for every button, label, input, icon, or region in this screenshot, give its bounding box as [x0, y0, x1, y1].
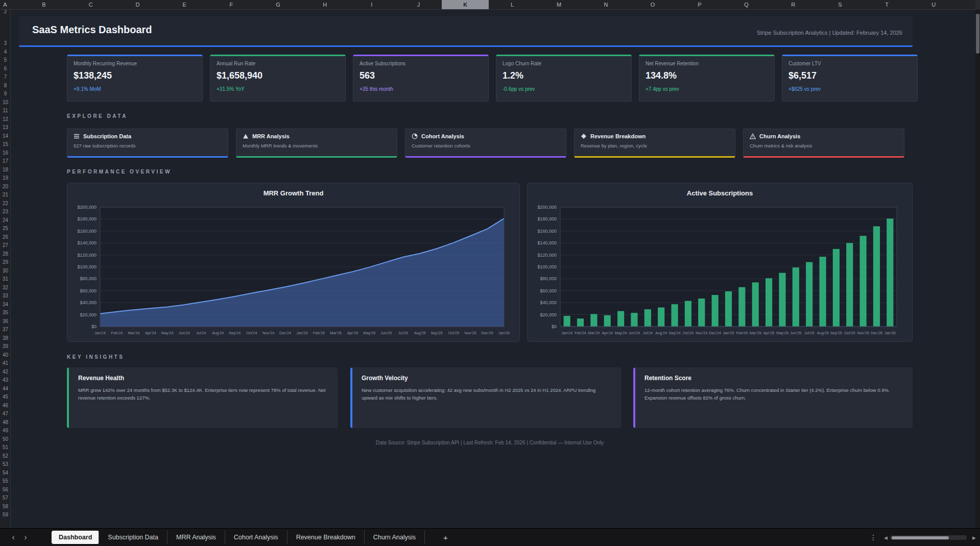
row-header-52[interactable]: 52	[0, 453, 11, 459]
column-header-O[interactable]: O	[651, 2, 655, 8]
column-header-T[interactable]: T	[885, 2, 889, 8]
row-header-20[interactable]: 20	[0, 184, 11, 189]
sheet-tab-cohort-analysis[interactable]: Cohort Analysis	[225, 531, 287, 544]
row-header-11[interactable]: 11	[0, 108, 11, 113]
row-header-9[interactable]: 9	[0, 91, 11, 96]
row-header-55[interactable]: 55	[0, 478, 11, 484]
row-header-56[interactable]: 56	[0, 487, 11, 492]
vertical-scrollbar-thumb[interactable]	[976, 14, 979, 54]
column-header-C[interactable]: C	[89, 2, 93, 8]
row-header-23[interactable]: 23	[0, 209, 11, 214]
column-header-G[interactable]: G	[276, 2, 280, 8]
explore-card-revenue-breakdown[interactable]: Revenue BreakdownRevenue by plan, region…	[574, 129, 735, 158]
row-header-25[interactable]: 25	[0, 226, 11, 231]
row-header-28[interactable]: 28	[0, 251, 11, 257]
row-header-18[interactable]: 18	[0, 167, 11, 172]
column-header-H[interactable]: H	[323, 2, 327, 8]
column-header-L[interactable]: L	[511, 2, 514, 8]
column-header-M[interactable]: M	[557, 2, 561, 8]
row-header-30[interactable]: 30	[0, 268, 11, 274]
sheet-tab-revenue-breakdown[interactable]: Revenue Breakdown	[287, 531, 364, 544]
column-header-F[interactable]: F	[229, 2, 233, 8]
row-header-54[interactable]: 54	[0, 470, 11, 476]
row-header-51[interactable]: 51	[0, 444, 11, 450]
scroll-left-icon[interactable]: ◀	[884, 535, 888, 540]
add-sheet-button[interactable]: +	[439, 533, 452, 542]
row-header-27[interactable]: 27	[0, 242, 11, 248]
column-header-K[interactable]: K	[463, 2, 467, 8]
sheet-tab-mrr-analysis[interactable]: MRR Analysis	[167, 531, 225, 544]
row-header-17[interactable]: 17	[0, 158, 11, 164]
row-header-38[interactable]: 38	[0, 335, 11, 341]
row-header-22[interactable]: 22	[0, 201, 11, 206]
row-header-29[interactable]: 29	[0, 259, 11, 265]
explore-card-mrr-analysis[interactable]: MRR AnalysisMonthly MRR trends & movemen…	[236, 129, 397, 158]
svg-text:$20,000: $20,000	[80, 312, 97, 317]
row-header-59[interactable]: 59	[0, 512, 11, 517]
row-header-32[interactable]: 32	[0, 285, 11, 290]
row-header-4[interactable]: 4	[0, 49, 11, 55]
row-header-33[interactable]: 33	[0, 293, 11, 299]
row-header-41[interactable]: 41	[0, 360, 11, 366]
sheet-menu-icon[interactable]: ⋮	[870, 533, 877, 541]
row-header-34[interactable]: 34	[0, 302, 11, 307]
horizontal-scrollbar-thumb[interactable]	[892, 536, 949, 539]
column-header-P[interactable]: P	[698, 2, 701, 8]
row-header-26[interactable]: 26	[0, 234, 11, 240]
row-header-46[interactable]: 46	[0, 403, 11, 408]
explore-card-subscription-data[interactable]: Subscription Data527 raw subscription re…	[67, 129, 228, 158]
vertical-scrollbar[interactable]	[975, 10, 980, 528]
row-header-12[interactable]: 12	[0, 116, 11, 122]
row-header-6[interactable]: 6	[0, 66, 11, 71]
sheet-tab-subscription-data[interactable]: Subscription Data	[99, 531, 167, 544]
horizontal-scrollbar[interactable]	[890, 535, 967, 540]
sheet-tab-churn-analysis[interactable]: Churn Analysis	[364, 531, 425, 544]
row-header-37[interactable]: 37	[0, 327, 11, 332]
row-header-8[interactable]: 8	[0, 83, 11, 88]
row-header-48[interactable]: 48	[0, 419, 11, 425]
column-header-E[interactable]: E	[182, 2, 186, 8]
row-header-5[interactable]: 5	[0, 57, 11, 63]
column-header-J[interactable]: J	[417, 2, 420, 8]
row-header-58[interactable]: 58	[0, 504, 11, 509]
column-header-I[interactable]: I	[371, 2, 372, 8]
row-header-40[interactable]: 40	[0, 352, 11, 358]
column-header-B[interactable]: B	[42, 2, 45, 8]
row-header-3[interactable]: 3	[0, 40, 11, 46]
row-header-15[interactable]: 15	[0, 141, 11, 147]
column-header-S[interactable]: S	[838, 2, 842, 8]
row-header-10[interactable]: 10	[0, 100, 11, 105]
row-header-24[interactable]: 24	[0, 217, 11, 223]
explore-card-cohort-analysis[interactable]: Cohort AnalysisCustomer retention cohort…	[405, 129, 566, 158]
row-header-49[interactable]: 49	[0, 428, 11, 433]
column-header-R[interactable]: R	[791, 2, 795, 8]
column-header-A[interactable]: A	[3, 2, 7, 8]
row-header-39[interactable]: 39	[0, 343, 11, 349]
row-header-43[interactable]: 43	[0, 377, 11, 383]
scroll-right-icon[interactable]: ▶	[972, 535, 976, 540]
column-header-U[interactable]: U	[931, 2, 936, 8]
row-header-44[interactable]: 44	[0, 386, 11, 391]
next-sheet-icon[interactable]: ›	[19, 531, 32, 543]
row-header-50[interactable]: 50	[0, 436, 11, 442]
sheet-tab-dashboard[interactable]: Dashboard	[52, 531, 99, 543]
row-header-14[interactable]: 14	[0, 133, 11, 139]
column-header-Q[interactable]: Q	[744, 2, 749, 8]
row-header-13[interactable]: 13	[0, 125, 11, 130]
row-header-45[interactable]: 45	[0, 394, 11, 400]
row-header-42[interactable]: 42	[0, 369, 11, 375]
row-header-35[interactable]: 35	[0, 310, 11, 315]
row-header-31[interactable]: 31	[0, 276, 11, 282]
row-header-53[interactable]: 53	[0, 461, 11, 467]
row-header-36[interactable]: 36	[0, 318, 11, 324]
explore-card-churn-analysis[interactable]: Churn AnalysisChurn metrics & risk analy…	[743, 129, 904, 158]
row-header-19[interactable]: 19	[0, 175, 11, 181]
row-header-21[interactable]: 21	[0, 192, 11, 197]
row-header-47[interactable]: 47	[0, 411, 11, 416]
row-header-16[interactable]: 16	[0, 150, 11, 156]
column-header-D[interactable]: D	[135, 2, 139, 8]
row-header-57[interactable]: 57	[0, 495, 11, 501]
column-header-N[interactable]: N	[604, 2, 608, 8]
row-header-7[interactable]: 7	[0, 74, 11, 80]
prev-sheet-icon[interactable]: ‹	[7, 531, 19, 543]
